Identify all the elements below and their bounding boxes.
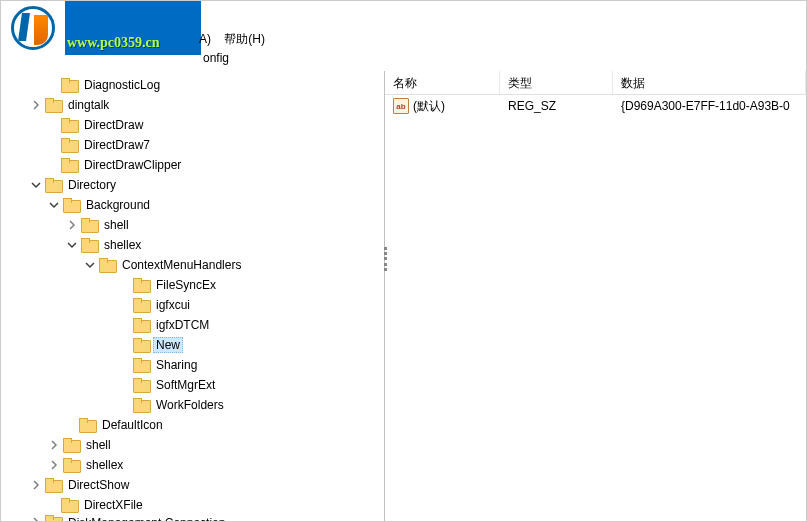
tree-item-label: shellex	[83, 457, 126, 473]
splitter-handle[interactable]	[380, 246, 390, 272]
menu-bar: A) 帮助(H)	[199, 31, 265, 48]
tree-item-label: SoftMgrExt	[153, 377, 218, 393]
value-name: (默认)	[413, 98, 445, 115]
value-data: {D969A300-E7FF-11d0-A93B-0	[613, 99, 806, 113]
folder-icon	[61, 138, 77, 152]
folder-icon	[81, 218, 97, 232]
folder-icon	[61, 158, 77, 172]
tree-item[interactable]: igfxDTCM	[1, 315, 384, 335]
tree-item-label: ContextMenuHandlers	[119, 257, 244, 273]
col-header-type[interactable]: 类型	[500, 71, 613, 94]
value-list-panel: 名称 类型 数据 ab(默认)REG_SZ{D969A300-E7FF-11d0…	[385, 71, 806, 521]
tree-item-label: Background	[83, 197, 153, 213]
address-path[interactable]: onfig	[203, 51, 229, 65]
tree-item[interactable]: WorkFolders	[1, 395, 384, 415]
app-banner: www.pc0359.cn	[1, 1, 201, 55]
tree-item-label: shell	[83, 437, 114, 453]
chevron-down-icon[interactable]	[47, 198, 61, 212]
tree-item-label: dingtalk	[65, 97, 112, 113]
tree-item-label: DiskManagement.Connection	[65, 515, 228, 521]
chevron-right-icon[interactable]	[29, 515, 43, 521]
tree-item[interactable]: Sharing	[1, 355, 384, 375]
reg-string-icon: ab	[393, 98, 409, 114]
folder-icon	[45, 515, 61, 521]
tree-item-label: New	[153, 337, 183, 353]
tree-item[interactable]: DirectXFile	[1, 495, 384, 515]
tree-item[interactable]: shellex	[1, 235, 384, 255]
tree-item-label: DirectDraw	[81, 117, 146, 133]
folder-icon	[133, 318, 149, 332]
tree-item[interactable]: DefaultIcon	[1, 415, 384, 435]
tree-panel[interactable]: DiagnosticLogdingtalkDirectDrawDirectDra…	[1, 71, 385, 521]
folder-icon	[63, 198, 79, 212]
folder-icon	[133, 378, 149, 392]
chevron-right-icon[interactable]	[47, 438, 61, 452]
folder-icon	[45, 178, 61, 192]
folder-icon	[45, 478, 61, 492]
chevron-down-icon[interactable]	[65, 238, 79, 252]
tree-item[interactable]: DiskManagement.Connection	[1, 515, 384, 521]
col-header-name[interactable]: 名称	[385, 71, 500, 94]
banner-url-text: www.pc0359.cn	[67, 35, 160, 51]
chevron-right-icon[interactable]	[65, 218, 79, 232]
tree-item-label: DirectShow	[65, 477, 132, 493]
tree-item[interactable]: FileSyncEx	[1, 275, 384, 295]
folder-icon	[63, 438, 79, 452]
tree-item-label: Directory	[65, 177, 119, 193]
tree-item-label: DefaultIcon	[99, 417, 166, 433]
folder-icon	[63, 458, 79, 472]
tree-item[interactable]: shell	[1, 435, 384, 455]
tree-item[interactable]: igfxcui	[1, 295, 384, 315]
tree-item[interactable]: DirectShow	[1, 475, 384, 495]
folder-icon	[133, 278, 149, 292]
tree-item[interactable]: ContextMenuHandlers	[1, 255, 384, 275]
tree-item-label: DirectDraw7	[81, 137, 153, 153]
tree-item[interactable]: shell	[1, 215, 384, 235]
chevron-right-icon[interactable]	[47, 458, 61, 472]
tree-item-label: WorkFolders	[153, 397, 227, 413]
tree-item[interactable]: DirectDrawClipper	[1, 155, 384, 175]
value-type: REG_SZ	[500, 99, 613, 113]
main-split: DiagnosticLogdingtalkDirectDrawDirectDra…	[1, 71, 806, 521]
folder-icon	[61, 498, 77, 512]
folder-icon	[45, 98, 61, 112]
folder-icon	[61, 118, 77, 132]
tree-item-label: DiagnosticLog	[81, 77, 163, 93]
chevron-down-icon[interactable]	[29, 178, 43, 192]
folder-icon	[99, 258, 115, 272]
tree-item[interactable]: DirectDraw7	[1, 135, 384, 155]
tree-item[interactable]: dingtalk	[1, 95, 384, 115]
folder-icon	[79, 418, 95, 432]
site-logo-icon	[1, 1, 65, 55]
chevron-right-icon[interactable]	[29, 98, 43, 112]
tree-item-label: FileSyncEx	[153, 277, 219, 293]
tree-item[interactable]: shellex	[1, 455, 384, 475]
tree-item[interactable]: DiagnosticLog	[1, 75, 384, 95]
list-row[interactable]: ab(默认)REG_SZ{D969A300-E7FF-11d0-A93B-0	[385, 95, 806, 115]
folder-icon	[61, 78, 77, 92]
tree-item-label: Sharing	[153, 357, 200, 373]
tree-item-label: igfxcui	[153, 297, 193, 313]
tree-item-label: shell	[101, 217, 132, 233]
tree-item-label: igfxDTCM	[153, 317, 212, 333]
tree-item[interactable]: Directory	[1, 175, 384, 195]
tree-item-label: DirectXFile	[81, 497, 146, 513]
folder-icon	[133, 298, 149, 312]
menu-item-a[interactable]: A)	[199, 32, 211, 46]
chevron-down-icon[interactable]	[83, 258, 97, 272]
folder-icon	[133, 338, 149, 352]
tree-item-label: DirectDrawClipper	[81, 157, 184, 173]
chevron-right-icon[interactable]	[29, 478, 43, 492]
folder-icon	[133, 398, 149, 412]
tree-item-label: shellex	[101, 237, 144, 253]
list-header: 名称 类型 数据	[385, 71, 806, 95]
col-header-data[interactable]: 数据	[613, 71, 806, 94]
tree-item[interactable]: New	[1, 335, 384, 355]
tree-item[interactable]: Background	[1, 195, 384, 215]
tree-item[interactable]: SoftMgrExt	[1, 375, 384, 395]
tree-item[interactable]: DirectDraw	[1, 115, 384, 135]
folder-icon	[133, 358, 149, 372]
menu-item-help[interactable]: 帮助(H)	[224, 32, 265, 46]
folder-icon	[81, 238, 97, 252]
